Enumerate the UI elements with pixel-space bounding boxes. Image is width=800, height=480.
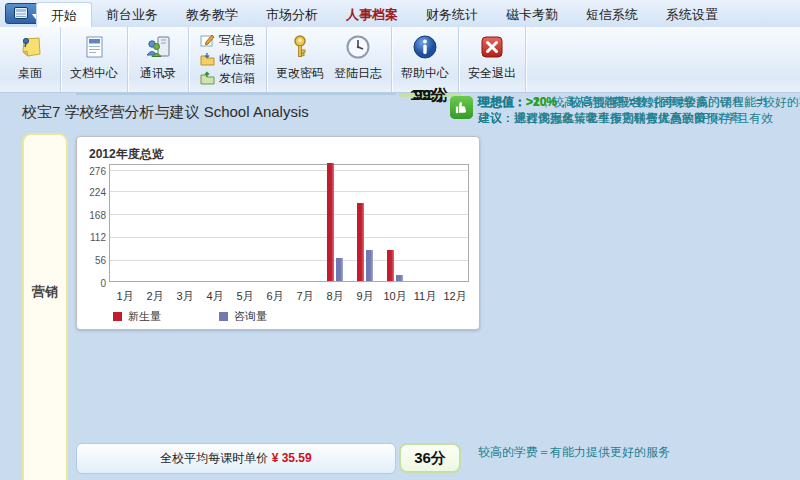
outbox-icon	[200, 71, 215, 86]
chart-bar	[366, 250, 373, 281]
x-axis-tick-label: 9月	[350, 289, 380, 304]
legend-item: 新生量	[113, 309, 161, 324]
exit-icon	[477, 32, 507, 62]
menu-tab[interactable]: 教务教学	[172, 3, 252, 27]
toolbar-button[interactable]: 文档中心	[65, 29, 123, 84]
toolbar-button-label: 文档中心	[70, 65, 118, 82]
x-axis-tick-label: 6月	[260, 289, 290, 304]
menu-bar: 开始前台业务教务教学市场分析人事档案财务统计磁卡考勤短信系统系统设置	[0, 0, 800, 27]
toolbar-button-label: 桌面	[18, 65, 42, 82]
chart-bar	[327, 163, 334, 281]
toolbar-group: 桌面	[0, 27, 61, 92]
toolbar-button-label: 登陆日志	[334, 65, 382, 82]
chart-legend: 新生量咨询量	[113, 309, 267, 324]
advice-line: 理想值：>20%，较高预存率=较好的现金流	[478, 94, 742, 110]
thumbs-up-icon	[450, 96, 473, 119]
desktop-icon	[15, 32, 45, 62]
advice-line: 建议：通过优惠政策吸引多期联报提高学费预存率	[478, 110, 742, 126]
toolbar-button[interactable]: 收信箱	[197, 50, 258, 69]
sidebar-tab-label: 营销	[24, 283, 66, 301]
toolbar-group: 安全退出	[459, 27, 526, 92]
legend-label: 新生量	[128, 309, 161, 324]
metric-box: 全校平均每课时单价 ¥ 35.59	[76, 443, 396, 474]
page-title: 校宝7 学校经营分析与建议 School Analysis	[22, 103, 309, 122]
chart-bar	[387, 250, 394, 281]
y-axis-tick-label: 0	[80, 278, 106, 289]
toolbar-group: 通讯录	[128, 27, 189, 92]
chart-gridline	[110, 260, 468, 261]
chart-bar	[396, 275, 403, 281]
key-icon	[285, 32, 315, 62]
legend-swatch	[113, 312, 122, 321]
clock-icon	[343, 32, 373, 62]
x-axis-tick-label: 2月	[140, 289, 170, 304]
x-axis-tick-label: 10月	[380, 289, 410, 304]
y-axis-tick-label: 168	[80, 210, 106, 221]
menu-tab[interactable]: 磁卡考勤	[492, 3, 572, 27]
app-window: 开始前台业务教务教学市场分析人事档案财务统计磁卡考勤短信系统系统设置 桌面文档中…	[0, 0, 800, 480]
menu-tab[interactable]: 市场分析	[252, 3, 332, 27]
document-icon	[79, 32, 109, 62]
toolbar-button-label: 更改密码	[276, 65, 324, 82]
toolbar-button[interactable]: 安全退出	[463, 29, 521, 84]
toolbar-button-label: 通讯录	[140, 65, 176, 82]
app-menu-icon	[14, 5, 28, 23]
toolbar-button[interactable]: 写信息	[197, 31, 258, 50]
toolbar-button[interactable]: 帮助中心	[396, 29, 454, 84]
toolbar-button-label: 安全退出	[468, 65, 516, 82]
toolbar-button-label: 写信息	[219, 32, 255, 49]
chart-gridline	[110, 170, 468, 171]
chart-plot: 0561121682242761月2月3月4月5月6月7月8月9月10月11月1…	[109, 164, 469, 282]
chart-gridline	[110, 214, 468, 215]
y-axis-tick-label: 112	[80, 232, 106, 243]
x-axis-tick-label: 8月	[320, 289, 350, 304]
legend-label: 咨询量	[234, 309, 267, 324]
y-axis-tick-label: 56	[80, 255, 106, 266]
x-axis-tick-label: 3月	[170, 289, 200, 304]
write-message-icon	[200, 33, 215, 48]
toolbar-button-label: 收信箱	[219, 51, 255, 68]
chart-bar	[336, 258, 343, 281]
toolbar-button[interactable]: 登陆日志	[329, 29, 387, 84]
chart-gridline	[110, 237, 468, 238]
menu-tabs: 开始前台业务教务教学市场分析人事档案财务统计磁卡考勤短信系统系统设置	[36, 0, 732, 27]
y-axis-tick-label: 276	[80, 166, 106, 177]
advice-text: 理想值：>20%，较高预存率=较好的现金流建议：通过优惠政策吸引多期联报提高学费…	[478, 94, 742, 126]
chart-gridline	[110, 191, 468, 192]
toolbar-button[interactable]: 桌面	[4, 29, 56, 84]
metric-box: 人均可用预存 ¥ 170.64 / 人均学费实收 ¥ 859.11 = 预存率1…	[76, 93, 396, 95]
inbox-icon	[200, 52, 215, 67]
legend-item: 咨询量	[219, 309, 267, 324]
menu-tab[interactable]: 财务统计	[412, 3, 492, 27]
x-axis-tick-label: 12月	[440, 289, 470, 304]
advice-line: 较高的学费＝有能力提供更好的服务	[478, 444, 670, 460]
menu-tab[interactable]: 开始	[36, 2, 92, 27]
ribbon-toolbar: 桌面文档中心通讯录写信息收信箱发信箱更改密码登陆日志帮助中心安全退出	[0, 27, 800, 93]
score-badge: 36分	[399, 443, 461, 473]
x-axis-tick-label: 11月	[410, 289, 440, 304]
x-axis-tick-label: 1月	[110, 289, 140, 304]
chart-panel: 2012年度总览 0561121682242761月2月3月4月5月6月7月8月…	[76, 136, 480, 330]
menu-tab[interactable]: 系统设置	[652, 3, 732, 27]
x-axis-tick-label: 7月	[290, 289, 320, 304]
info-icon	[410, 32, 440, 62]
x-axis-tick-label: 4月	[200, 289, 230, 304]
toolbar-group: 文档中心	[61, 27, 128, 92]
menu-tab[interactable]: 前台业务	[92, 3, 172, 27]
contacts-icon	[143, 32, 173, 62]
menu-tab[interactable]: 短信系统	[572, 3, 652, 27]
sidebar-tab-marketing[interactable]: 营销	[22, 133, 68, 480]
toolbar-button[interactable]: 发信箱	[197, 69, 258, 88]
toolbar-button[interactable]: 通讯录	[132, 29, 184, 84]
chart-bar	[357, 203, 364, 281]
menu-tab[interactable]: 人事档案	[332, 3, 412, 27]
toolbar-button[interactable]: 更改密码	[271, 29, 329, 84]
metric-row: 全校平均每课时单价 ¥ 35.59 36分 较高的学费＝有能力提供更好的服务	[76, 443, 800, 474]
metric-text: 全校平均每课时单价 ¥ 35.59	[160, 450, 311, 467]
toolbar-button-label: 帮助中心	[401, 65, 449, 82]
main-content: 校宝7 学校经营分析与建议 School Analysis 营销 2012年度总…	[0, 93, 800, 480]
toolbar-button-label: 发信箱	[219, 70, 255, 87]
toolbar-group: 帮助中心	[392, 27, 459, 92]
advice-text: 较高的学费＝有能力提供更好的服务	[478, 444, 670, 460]
metric-text: 人均可用预存 ¥ 170.64 / 人均学费实收 ¥ 859.11 = 预存率1…	[76, 93, 396, 95]
